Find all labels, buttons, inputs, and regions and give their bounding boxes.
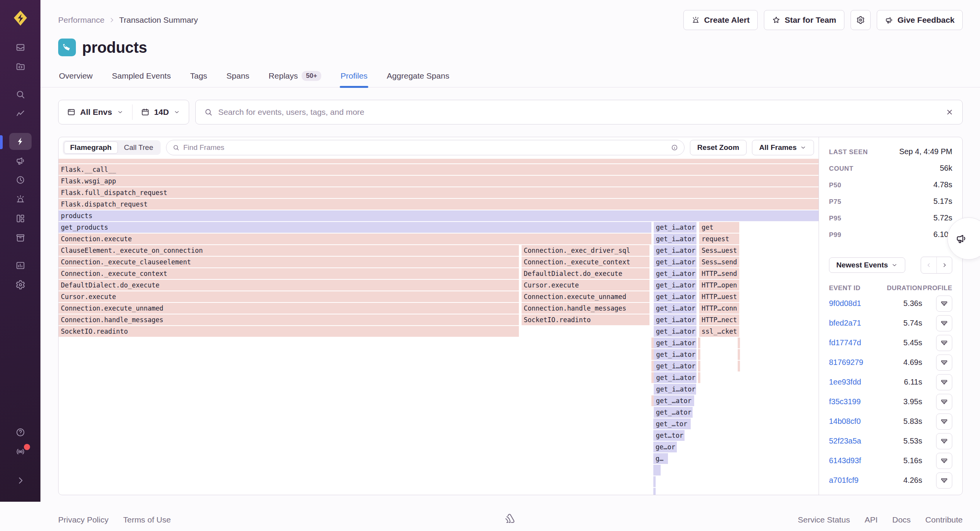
flame-frame[interactable]: DefaultDialect.do_execute [59, 280, 519, 291]
sidebar-item-whats-new-broadcast[interactable] [9, 443, 32, 460]
events-sort-dropdown[interactable]: Newest Events [829, 257, 905, 273]
flame-frame[interactable]: get_i…ator [654, 372, 696, 383]
flame-frame[interactable]: get_…ator [654, 395, 695, 406]
flamegraph-toggle[interactable]: Flamegraph [64, 141, 118, 154]
flame-frame[interactable]: get_i…ator [654, 338, 696, 348]
flame-frame[interactable]: get_i…ator [654, 280, 696, 291]
event-id-link[interactable]: bfed2a71 [829, 319, 861, 327]
flame-frame[interactable]: Sess…send [699, 257, 739, 267]
flame-frame[interactable]: get_i…ator [654, 326, 696, 337]
sidebar-item-releases-archive[interactable] [9, 229, 32, 246]
event-id-link[interactable]: f35c3199 [829, 397, 861, 406]
flame-frame[interactable]: Flask.wsgi_app [59, 176, 819, 187]
org-logo[interactable] [11, 8, 30, 28]
call-tree-toggle[interactable]: Call Tree [118, 141, 159, 154]
sidebar-item-projects-folder[interactable] [9, 58, 32, 75]
flame-frame[interactable]: get_i…ator [654, 257, 696, 267]
view-profile-button[interactable] [936, 296, 952, 312]
flame-frame[interactable]: SocketIO.readinto [59, 326, 519, 337]
flame-frame[interactable]: SocketIO.readinto [522, 314, 649, 325]
flame-frame[interactable] [651, 372, 654, 383]
find-frames-input[interactable] [183, 143, 667, 152]
flamegraph[interactable]: Flask.__call__Flask.wsgi_appFlask.full_d… [59, 158, 819, 495]
sidebar-item-help-question[interactable] [9, 424, 32, 441]
flame-frame[interactable]: Flask.dispatch_request [59, 199, 819, 210]
flame-frame[interactable]: Flask.full_dispatch_request [59, 187, 819, 198]
flame-frame[interactable] [651, 338, 654, 348]
settings-button[interactable] [851, 10, 871, 30]
flame-frame[interactable]: get_i…ator [654, 384, 696, 395]
flame-frame[interactable] [738, 338, 740, 348]
flame-frame[interactable] [698, 361, 700, 371]
flame-frame[interactable]: Connection._execute_clauseelement [59, 257, 519, 267]
view-profile-button[interactable] [936, 355, 952, 371]
flame-frame[interactable] [653, 476, 656, 487]
flame-frame[interactable]: get_products [59, 222, 651, 233]
view-profile-button[interactable] [936, 472, 952, 489]
flame-frame[interactable] [653, 488, 656, 495]
tab-spans[interactable]: Spans [226, 70, 250, 87]
flame-frame[interactable]: ssl_…cket [699, 326, 739, 337]
event-id-link[interactable]: 9f0d08d1 [829, 299, 861, 308]
next-page-button[interactable] [936, 257, 952, 273]
flame-frame[interactable]: get_i…ator [654, 349, 696, 360]
flame-frame[interactable]: Flask.__call__ [59, 164, 819, 175]
view-profile-button[interactable] [936, 374, 952, 390]
sidebar-item-collapse-chevron[interactable] [9, 472, 32, 489]
tab-profiles[interactable]: Profiles [340, 70, 368, 87]
search-input[interactable] [218, 108, 940, 117]
event-id-link[interactable]: 14b08cf0 [829, 417, 861, 425]
view-profile-button[interactable] [936, 335, 952, 351]
footer-link-contribute[interactable]: Contribute [925, 515, 963, 524]
footer-link-docs[interactable]: Docs [892, 515, 911, 524]
flame-frame[interactable]: Connection.execute [59, 234, 651, 244]
flame-frame[interactable]: g… [653, 453, 668, 464]
view-profile-button[interactable] [936, 453, 952, 469]
flame-frame[interactable]: get [699, 222, 739, 233]
flame-frame[interactable] [651, 361, 654, 371]
sidebar-item-metrics-line[interactable] [9, 105, 32, 122]
flame-frame[interactable] [698, 349, 700, 360]
flame-frame[interactable]: HTTP…open [699, 280, 739, 291]
flame-frame[interactable]: products [59, 210, 819, 221]
flame-frame[interactable]: get_i…ator [654, 361, 696, 371]
flame-frame[interactable] [698, 338, 700, 348]
event-id-link[interactable]: a701fcf9 [829, 476, 859, 484]
flame-frame[interactable]: Connection.handle_messages [522, 303, 649, 314]
sidebar-item-profiling-lightning[interactable] [9, 133, 32, 150]
flame-frame[interactable]: HTTP…conn [699, 303, 739, 314]
flame-frame[interactable]: get_i…ator [654, 291, 696, 302]
tab-overview[interactable]: Overview [58, 70, 94, 87]
tab-replays[interactable]: Replays 50+ [268, 70, 322, 87]
sidebar-item-dashboards-grid[interactable] [9, 210, 32, 227]
sidebar-item-insights-chart[interactable] [9, 257, 32, 274]
event-id-link[interactable]: 1ee93fdd [829, 378, 861, 386]
flame-frame[interactable]: Connection.handle_messages [59, 314, 519, 325]
sidebar-item-alerts-siren[interactable] [9, 191, 32, 208]
sidebar-item-issues-inbox[interactable] [9, 39, 32, 56]
flame-frame[interactable]: Connection._execute_context [59, 268, 519, 279]
flame-frame[interactable]: get…tor [653, 430, 685, 441]
flame-frame[interactable]: get_i…ator [654, 303, 696, 314]
flame-frame[interactable]: get_i…ator [654, 222, 696, 233]
flame-frame[interactable]: HTTP…nect [699, 314, 739, 325]
flame-frame[interactable]: request [699, 234, 739, 244]
sidebar-item-replays-clock[interactable] [9, 171, 32, 188]
date-range-filter[interactable]: 14D [133, 108, 189, 117]
tab-tags[interactable]: Tags [189, 70, 208, 87]
view-profile-button[interactable] [936, 315, 952, 331]
tab-aggregate-spans[interactable]: Aggregate Spans [386, 70, 450, 87]
flame-frame[interactable]: ClauseElement._execute_on_connection [59, 245, 519, 256]
flame-frame[interactable]: Sess…uest [699, 245, 739, 256]
event-id-link[interactable]: 52f23a5a [829, 437, 861, 445]
prev-page-button[interactable] [921, 257, 936, 273]
flame-frame[interactable]: get_i…ator [654, 268, 696, 279]
flame-frame[interactable] [738, 361, 740, 371]
view-profile-button[interactable] [936, 433, 952, 449]
reset-zoom-button[interactable]: Reset Zoom [690, 140, 747, 155]
event-id-link[interactable]: 6143d93f [829, 456, 861, 465]
flame-frame[interactable]: Connection.execute_unnamed [59, 303, 519, 314]
breadcrumb-section[interactable]: Performance [58, 15, 104, 25]
flame-frame[interactable]: get_…ator [654, 407, 693, 418]
flame-frame[interactable]: HTTP…uest [699, 291, 739, 302]
